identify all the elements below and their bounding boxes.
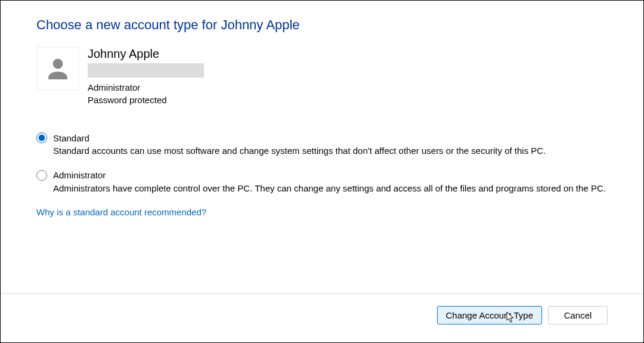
page-heading: Choose a new account type for Johnny App… xyxy=(36,17,608,33)
footer: Change Account Type Cancel xyxy=(1,293,643,342)
user-icon xyxy=(44,54,72,83)
option-administrator-desc: Administrators have complete control ove… xyxy=(53,182,608,196)
cancel-button[interactable]: Cancel xyxy=(548,306,608,325)
account-email-redacted xyxy=(88,63,204,78)
option-standard-desc: Standard accounts can use most software … xyxy=(53,144,608,158)
option-administrator[interactable]: Administrator Administrators have comple… xyxy=(36,170,608,196)
radio-administrator[interactable] xyxy=(36,170,47,181)
account-name: Johnny Apple xyxy=(88,47,204,61)
radio-standard[interactable] xyxy=(36,132,47,143)
account-summary: Johnny Apple Administrator Password prot… xyxy=(36,47,608,106)
avatar xyxy=(36,47,79,90)
option-standard[interactable]: Standard Standard accounts can use most … xyxy=(36,132,608,158)
help-link[interactable]: Why is a standard account recommended? xyxy=(36,207,206,217)
account-role: Administrator xyxy=(88,81,204,94)
svg-point-0 xyxy=(53,59,63,69)
option-standard-label: Standard xyxy=(53,133,89,143)
option-administrator-label: Administrator xyxy=(53,170,106,180)
change-account-type-button[interactable]: Change Account Type xyxy=(437,306,543,325)
account-status: Password protected xyxy=(88,94,204,106)
